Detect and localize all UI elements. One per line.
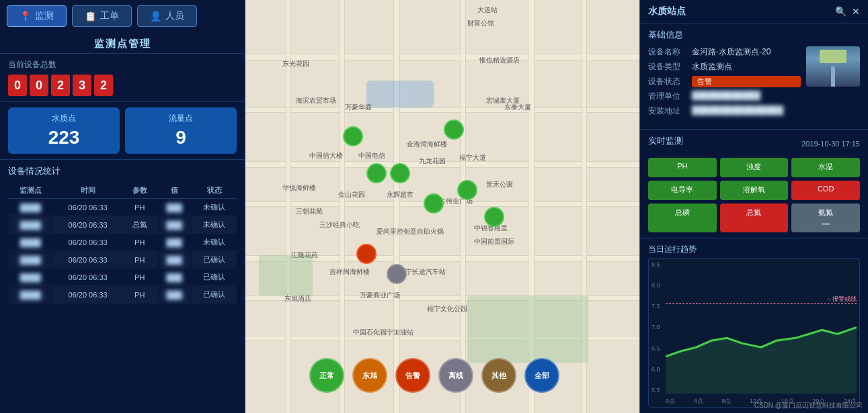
- building-label: 永辉超市: [387, 190, 413, 199]
- device-stats: 设备情况统计 监测点 时间 参数 值 状态 ████ 06/20 06:33 P…: [0, 160, 245, 413]
- cell-value: ███: [157, 269, 192, 286]
- status-badge: 告警: [692, 76, 801, 87]
- digit-0: 0: [8, 75, 27, 96]
- filter-alert-label: 告警: [405, 371, 420, 381]
- monitor-cell-浊度[interactable]: 浊度: [720, 158, 789, 177]
- nav-btn-worker[interactable]: 📋 工单: [72, 5, 132, 27]
- building-label: 金海湾海鲜楼: [407, 140, 447, 149]
- monitor-cell-氨氮[interactable]: 氨氮 —: [791, 203, 860, 232]
- monitor-cell-水温[interactable]: 水温: [791, 158, 860, 177]
- flow-title: 流量点: [130, 113, 231, 124]
- map-marker-5[interactable]: [457, 180, 477, 200]
- right-panel-header: 水质站点 🔍 ✕: [640, 0, 868, 24]
- monitor-cell-COD[interactable]: COD: [791, 181, 860, 200]
- personnel-icon: 👤: [150, 11, 161, 21]
- panel-title: 监测点管理: [0, 32, 245, 54]
- map-marker-6[interactable]: [484, 207, 504, 227]
- realtime-title: 实时监测: [648, 135, 683, 147]
- y-label: 5.5: [652, 387, 660, 394]
- filter-normal[interactable]: 正常: [309, 358, 344, 393]
- y-label: 7.0: [652, 324, 660, 330]
- filter-orange-label: 东旭: [362, 371, 377, 381]
- table-row[interactable]: ████ 06/20 06:33 PH ███ 已确认: [8, 286, 237, 304]
- map-marker-8[interactable]: [387, 264, 407, 284]
- nav-btn-monitor[interactable]: 📍 监测: [7, 5, 67, 27]
- nav-btn-personnel[interactable]: 👤 人员: [137, 5, 197, 27]
- cell-label: 溶解氧: [723, 185, 786, 195]
- device-type-label: 设备类型: [648, 61, 692, 73]
- cell-param: 总氮: [123, 216, 157, 234]
- chart-svg: [666, 261, 857, 394]
- building-label: 中国电信: [358, 151, 385, 160]
- info-row-address: 安装地址 ████████████████: [648, 105, 801, 117]
- water-quality-card[interactable]: 水质点 223: [8, 107, 120, 154]
- map-marker-4[interactable]: [424, 193, 444, 214]
- cell-point: ████: [8, 269, 53, 286]
- cell-param: PH: [123, 269, 157, 286]
- map-marker-3[interactable]: [390, 163, 410, 183]
- close-icon[interactable]: ✕: [852, 6, 860, 17]
- device-total-label: 当前设备总数: [8, 59, 237, 71]
- building-label: 景禾公寓: [486, 180, 513, 189]
- monitor-cell-溶解氧[interactable]: 溶解氧: [720, 181, 789, 200]
- cell-label: 浊度: [723, 162, 786, 172]
- manage-unit-label: 管理单位: [648, 91, 692, 102]
- filter-other-label: 其他: [491, 371, 506, 381]
- monitor-cell-总磷[interactable]: 总磷: [648, 203, 717, 232]
- map-marker-9[interactable]: [444, 120, 464, 140]
- building-label: 三朝花苑: [296, 207, 323, 216]
- cell-value: ███: [157, 199, 192, 216]
- monitor-cell-电导率[interactable]: 电导率: [648, 181, 717, 200]
- x-label: 0点: [666, 397, 675, 406]
- flow-card[interactable]: 流量点 9: [125, 107, 237, 154]
- water-quality-title: 水质点: [13, 113, 114, 124]
- map-container: 财富公馆 东光花园 海滨农贸市场 万豪华庭 金海湾海鲜楼 中国信大楼 中国电信 …: [245, 0, 639, 413]
- cell-time: 06/20 06:33: [53, 199, 123, 216]
- col-value: 值: [157, 183, 192, 199]
- filter-other[interactable]: 其他: [481, 358, 516, 393]
- table-row[interactable]: ████ 06/20 06:33 PH ███ 已确认: [8, 269, 237, 286]
- cell-param: PH: [123, 286, 157, 304]
- map-marker-7[interactable]: [356, 244, 377, 264]
- search-icon[interactable]: 🔍: [835, 6, 846, 17]
- filter-alert[interactable]: 告警: [395, 358, 430, 393]
- monitor-cell-总氮[interactable]: 总氮: [720, 203, 789, 232]
- table-row[interactable]: ████ 06/20 06:33 总氮 ███ 未确认: [8, 216, 237, 234]
- device-name-value: 金河路-水质监测点-20: [692, 46, 801, 58]
- filter-all[interactable]: 全部: [524, 358, 559, 393]
- device-type-value: 水质监测点: [692, 61, 801, 73]
- info-row-status: 设备状态 告警: [648, 76, 801, 87]
- building-label: 吉祥闽海鲜楼: [329, 267, 370, 277]
- col-status: 状态: [192, 183, 237, 199]
- table-row[interactable]: ████ 06/20 06:33 PH ███ 未确认: [8, 234, 237, 251]
- building-label: 三沙经典小吃: [319, 220, 360, 230]
- trend-y-labels: 8.58.07.57.06.56.05.5: [652, 261, 660, 394]
- worker-icon: 📋: [85, 11, 96, 21]
- digit-2: 2: [51, 75, 70, 96]
- building-label: 中国信大楼: [309, 151, 343, 160]
- cell-point: ████: [8, 216, 53, 234]
- device-image: [806, 46, 860, 87]
- cell-value: ███: [157, 251, 192, 269]
- building-label: 东旭酒店: [284, 294, 311, 304]
- trend-area: 8.58.07.57.06.56.05.5 0点4点8点12点16点20点24点…: [648, 258, 860, 408]
- filter-orange[interactable]: 东旭: [352, 358, 387, 393]
- col-param: 参数: [123, 183, 157, 199]
- cell-status: 已确认: [192, 251, 237, 269]
- trend-chart-section: 当日运行趋势 8.58.07.57.06.56.05.5 0点4点8点12点16…: [640, 238, 868, 413]
- panel-icons: 🔍 ✕: [835, 6, 860, 17]
- filter-offline[interactable]: 离线: [438, 358, 473, 393]
- digit-4: 2: [94, 75, 113, 96]
- map-marker-1[interactable]: [343, 126, 363, 146]
- building-label: 九龙花园: [419, 156, 446, 166]
- building-label: 惟也精选酒店: [479, 56, 520, 65]
- table-row[interactable]: ████ 06/20 06:33 PH ███ 未确认: [8, 199, 237, 216]
- cell-status: 已确认: [192, 286, 237, 304]
- bottom-filters: 正常 东旭 告警 离线 其他 全部: [309, 358, 559, 393]
- trend-title: 当日运行趋势: [648, 244, 697, 255]
- cell-time: 06/20 06:33: [53, 269, 123, 286]
- building-label: 福宁大道: [459, 153, 486, 163]
- monitor-cell-PH[interactable]: PH: [648, 158, 717, 177]
- map-marker-2[interactable]: [366, 163, 387, 183]
- table-row[interactable]: ████ 06/20 06:33 PH ███ 已确认: [8, 251, 237, 269]
